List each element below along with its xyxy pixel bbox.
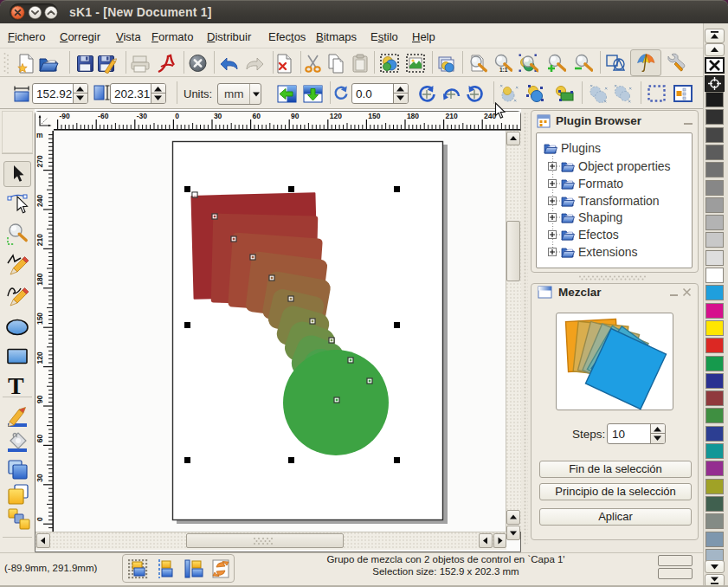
svg-text:0: 0 <box>175 112 179 120</box>
svg-text:180: 180 <box>35 273 44 285</box>
svg-text:m: m <box>36 131 43 139</box>
svg-text:120: 120 <box>35 352 44 364</box>
svg-text:270: 270 <box>35 155 44 167</box>
svg-text:60: 60 <box>35 435 44 443</box>
svg-text:-60: -60 <box>98 112 109 120</box>
svg-text:150: 150 <box>368 112 380 120</box>
svg-text:210: 210 <box>35 234 44 246</box>
svg-text:150: 150 <box>35 313 44 325</box>
svg-text:0: 0 <box>35 517 44 521</box>
svg-text:-90: -90 <box>60 112 71 120</box>
svg-text:240: 240 <box>35 194 44 206</box>
svg-text:-30: -30 <box>137 112 148 120</box>
svg-text:90: 90 <box>291 112 300 120</box>
svg-text:60: 60 <box>253 112 261 120</box>
svg-text:1:1: 1:1 <box>499 67 508 73</box>
svg-text:30: 30 <box>35 474 44 482</box>
svg-text:210: 210 <box>446 112 458 120</box>
svg-text:180: 180 <box>407 112 419 120</box>
svg-text:90: 90 <box>35 395 44 403</box>
svg-text:30: 30 <box>214 112 222 120</box>
svg-text:120: 120 <box>330 112 342 120</box>
